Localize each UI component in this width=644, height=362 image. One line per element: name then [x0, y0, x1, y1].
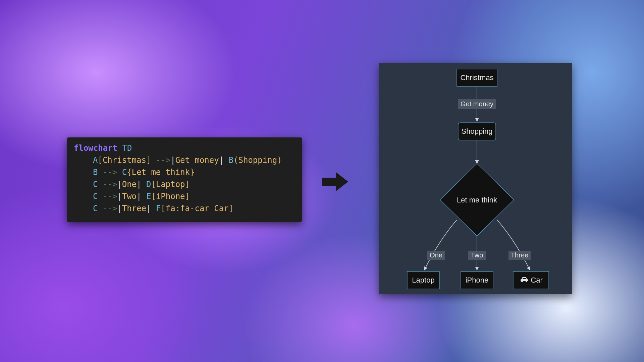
- edge-label-ab: Get money: [458, 99, 496, 109]
- code-line-2: B --> C{Let me think}: [93, 166, 295, 178]
- arrow-icon: [322, 171, 348, 192]
- node-shopping: Shopping: [458, 123, 496, 140]
- node-laptop: Laptop: [407, 272, 439, 289]
- edge-label-cd: One: [427, 251, 445, 260]
- node-iphone: iPhone: [461, 272, 493, 289]
- edge-label-ce: Two: [468, 251, 486, 260]
- node-iphone-label: iPhone: [466, 276, 489, 284]
- code-body: A[Christmas] -->|Get money| B(Shopping) …: [76, 154, 295, 215]
- node-car-label: Car: [531, 276, 542, 284]
- code-panel: flowchart TD A[Christmas] -->|Get money|…: [67, 137, 302, 222]
- code-line-3: C -->|One| D[Laptop]: [93, 178, 295, 190]
- code-keyword: flowchart: [74, 143, 117, 153]
- code-line-5: C -->|Three| F[fa:fa-car Car]: [93, 202, 295, 215]
- node-let-me-think: Let me think: [440, 164, 514, 236]
- node-let-me-think-label: Let me think: [457, 196, 497, 204]
- node-shopping-label: Shopping: [462, 127, 493, 135]
- svg-text:One: One: [430, 251, 442, 259]
- node-christmas: Christmas: [457, 69, 497, 86]
- svg-text:Three: Three: [511, 251, 528, 259]
- code-header-line: flowchart TD: [74, 142, 295, 154]
- code-line-4: C -->|Two| E[iPhone]: [93, 190, 295, 202]
- node-christmas-label: Christmas: [460, 73, 493, 82]
- edge-label-cf: Three: [508, 251, 531, 260]
- node-laptop-label: Laptop: [412, 276, 434, 284]
- edge-c-f: [497, 220, 530, 270]
- edge-c-d: [424, 220, 457, 270]
- code-direction: TD: [122, 143, 132, 153]
- svg-text:Two: Two: [471, 251, 483, 259]
- node-car: Car: [513, 272, 549, 289]
- code-line-1: A[Christmas] -->|Get money| B(Shopping): [93, 154, 295, 166]
- diagram-panel: Christmas Get money Shopping Let me thin…: [379, 63, 572, 294]
- svg-text:Get money: Get money: [461, 100, 493, 108]
